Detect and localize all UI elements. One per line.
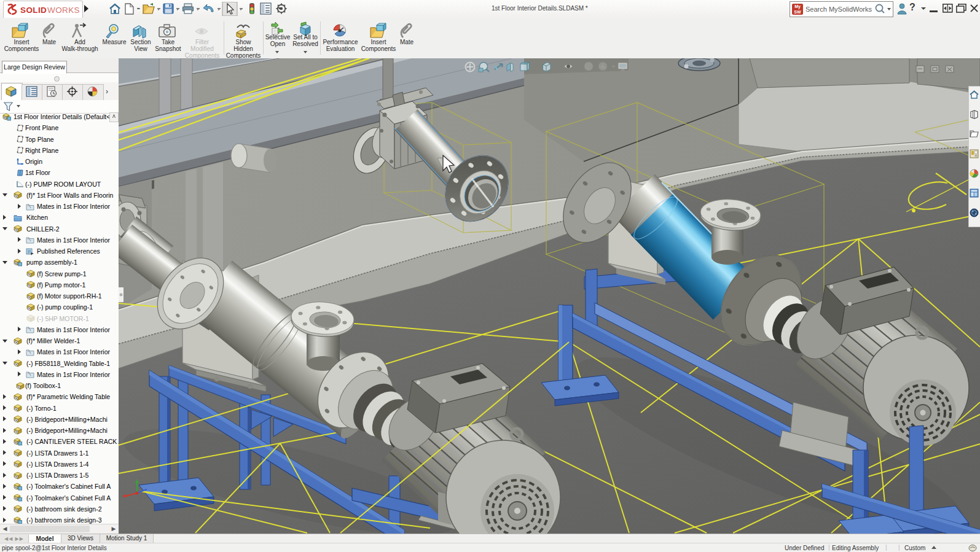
svg-text:SOLID: SOLID <box>20 6 47 15</box>
svg-text:WORKS: WORKS <box>47 6 80 15</box>
